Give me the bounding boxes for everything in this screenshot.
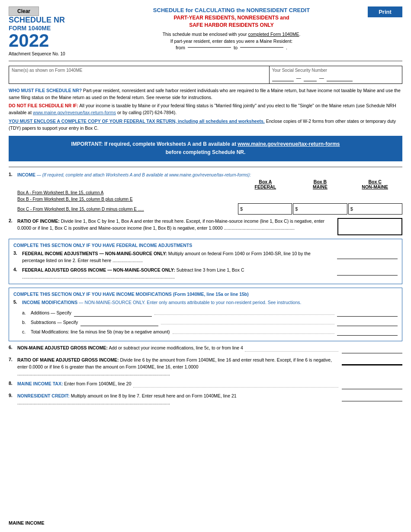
line5a-input[interactable]: [337, 309, 398, 317]
line5c-input[interactable]: [337, 328, 398, 336]
line7-label: RATIO OF MAINE ADJUSTED GROSS INCOME:: [17, 357, 119, 362]
from-date-field[interactable]: [188, 47, 231, 48]
box-b-header: Box B MAINE: [293, 179, 348, 189]
name-label: Name(s) as shown on Form 1040ME: [12, 68, 267, 73]
line1-box-a-desc: Box A - From Worksheet B, line 15, colum…: [17, 189, 402, 196]
line9-input[interactable]: [342, 393, 402, 401]
line5a-specify[interactable]: [74, 309, 152, 317]
schedule-title-sub1: PART-YEAR RESIDENTS, NONRESIDENTS and: [104, 14, 359, 22]
line8-input[interactable]: [342, 381, 402, 389]
to-date-field[interactable]: [240, 47, 283, 48]
line1-num: 1.: [9, 172, 16, 177]
line9-num: 9.: [9, 393, 16, 398]
ssn-part1[interactable]: [272, 74, 294, 81]
box-a-input[interactable]: $: [238, 203, 292, 215]
line2-label: RATIO OF INCOME:: [17, 218, 60, 224]
line7-row: 7. RATIO OF MAINE ADJUSTED GROSS INCOME:…: [9, 357, 402, 377]
line6-input[interactable]: [342, 345, 402, 353]
from-label: from: [176, 45, 185, 50]
line5c-text: Total Modifications: line 5a minus line …: [31, 329, 170, 334]
important-box: IMPORTANT: If required, complete Workshe…: [9, 136, 402, 161]
name-ssn-row: Name(s) as shown on Form 1040ME Your Soc…: [9, 66, 402, 84]
ssn-part2[interactable]: [304, 74, 317, 81]
line6-num: 6.: [9, 345, 16, 350]
line5b-specify[interactable]: [80, 318, 158, 326]
box-c-header: Box C NON-MAINE: [347, 179, 402, 189]
line9-row: 9. NONRESIDENT CREDIT: Multiply amount o…: [9, 393, 402, 407]
line5b-row: b. Subtractions — Specify: [22, 318, 398, 326]
line5-label: INCOME MODIFICATIONS: [22, 300, 77, 305]
line4-label-suffix: — NON-MAINE-SOURCE ONLY:: [107, 267, 175, 272]
line2-num: 2.: [9, 218, 16, 223]
line4-input[interactable]: [337, 267, 398, 276]
complete-section2-box: COMPLETE THIS SECTION ONLY IF YOU HAVE I…: [9, 288, 402, 341]
line2-input[interactable]: [337, 218, 402, 235]
line1-label: INCOME: [17, 172, 35, 177]
line8-text: Enter from Form 1040ME, line 20: [64, 381, 131, 386]
line3-label: FEDERAL INCOME ADJUSTMENTS: [22, 251, 98, 256]
line3-input[interactable]: [337, 250, 398, 259]
do-not-file-para: DO NOT FILE SCHEDULE NR IF: All your inc…: [9, 103, 402, 116]
schedule-nr-title: SCHEDULE NR: [9, 16, 95, 25]
enclosed-note: This schedule must be enclosed with your…: [104, 32, 359, 37]
line4-num: 4.: [13, 267, 20, 272]
line1-italic: — (If required, complete and attach Work…: [37, 173, 251, 177]
line3-num: 3.: [13, 250, 20, 256]
who-must-file-para: WHO MUST FILE SCHEDULE NR? Part-year res…: [9, 87, 402, 101]
line1-box-c-desc: Box C - From Worksheet B, line 15, colum…: [17, 207, 238, 212]
line5c-label: c.: [22, 329, 31, 334]
line5-text: — NON-MAINE-SOURCE ONLY. Enter only amou…: [79, 300, 301, 305]
line5-row: 5. INCOME MODIFICATIONS — NON-MAINE-SOUR…: [13, 299, 398, 306]
ssn-part3[interactable]: [327, 74, 353, 81]
line4-row: 4. FEDERAL ADJUSTED GROSS INCOME — NON-M…: [13, 267, 398, 281]
line9-label: NONRESIDENT CREDIT:: [17, 393, 70, 398]
line7-num: 7.: [9, 357, 16, 362]
line8-row: 8. MAINE INCOME TAX: Enter from Form 104…: [9, 381, 402, 389]
schedule-title-sub2: SAFE HARBOR RESIDENTS ONLY: [104, 22, 359, 29]
box-b-input[interactable]: $: [293, 203, 347, 215]
partyr-note: If part-year resident, enter dates you w…: [104, 38, 359, 44]
line8-num: 8.: [9, 381, 16, 386]
line3-row: 3. FEDERAL INCOME ADJUSTMENTS — NON-MAIN…: [13, 250, 398, 264]
ssn-label: Your Social Security Number: [272, 68, 399, 73]
you-must-para: YOU MUST ENCLOSE A COMPLETE COPY OF YOUR…: [9, 118, 402, 132]
complete-section1-box: COMPLETE THIS SECTION ONLY IF YOU HAVE F…: [9, 239, 402, 284]
name-input[interactable]: [12, 74, 267, 81]
line1-box-b-desc: Box B - From Worksheet B, line 15, colum…: [17, 196, 402, 202]
line5a-row: a. Additions — Specify: [22, 309, 398, 317]
line6-label: NON-MAINE ADJUSTED GROSS INCOME:: [17, 345, 108, 350]
line7-input[interactable]: [342, 357, 402, 365]
line8-label: MAINE INCOME TAX:: [17, 381, 63, 386]
line4-text: Subtract line 3 from Line 1, Box C: [176, 267, 244, 272]
line5a-text: Additions — Specify: [31, 310, 71, 315]
complete-section2-title: COMPLETE THIS SECTION ONLY IF YOU HAVE I…: [13, 292, 398, 297]
line5b-label: b.: [22, 320, 31, 325]
tax-year: 2022: [9, 32, 95, 50]
line4-label: FEDERAL ADJUSTED GROSS INCOME: [22, 267, 106, 272]
clear-button[interactable]: Clear: [9, 6, 39, 16]
line3-label-suffix: — NON-MAINE-SOURCE ONLY:: [100, 251, 167, 256]
box-c-input[interactable]: $: [348, 203, 402, 215]
to-label: to: [234, 45, 238, 50]
schedule-title-main: SCHEDULE for CALCULATING the NONRESIDENT…: [104, 6, 359, 14]
footer-maine-income: MAINE INCOME: [9, 520, 45, 526]
line5b-input[interactable]: [337, 318, 398, 326]
line5b-text: Subtractions — Specify: [31, 320, 78, 325]
line9-text: Multiply amount on line 8 by line 7. Ent…: [71, 393, 237, 398]
complete-section1-title: COMPLETE THIS SECTION ONLY IF YOU HAVE F…: [13, 243, 398, 248]
line5c-row: c. Total Modifications: line 5a minus li…: [22, 328, 398, 336]
period-end: .: [286, 45, 287, 50]
line6-row: 6. NON-MAINE ADJUSTED GROSS INCOME: Add …: [9, 345, 402, 353]
line5-num: 5.: [13, 299, 20, 304]
line5a-label: a.: [22, 310, 31, 315]
attachment-seq: Attachment Sequence No. 10: [9, 51, 95, 56]
line6-text: Add or subtract your income modification…: [109, 345, 243, 350]
print-button[interactable]: Print: [368, 6, 402, 17]
line2-row: 2. RATIO OF INCOME: Divide line 1, Box C…: [9, 218, 402, 235]
box-a-header: Box A FEDERAL: [238, 179, 293, 189]
